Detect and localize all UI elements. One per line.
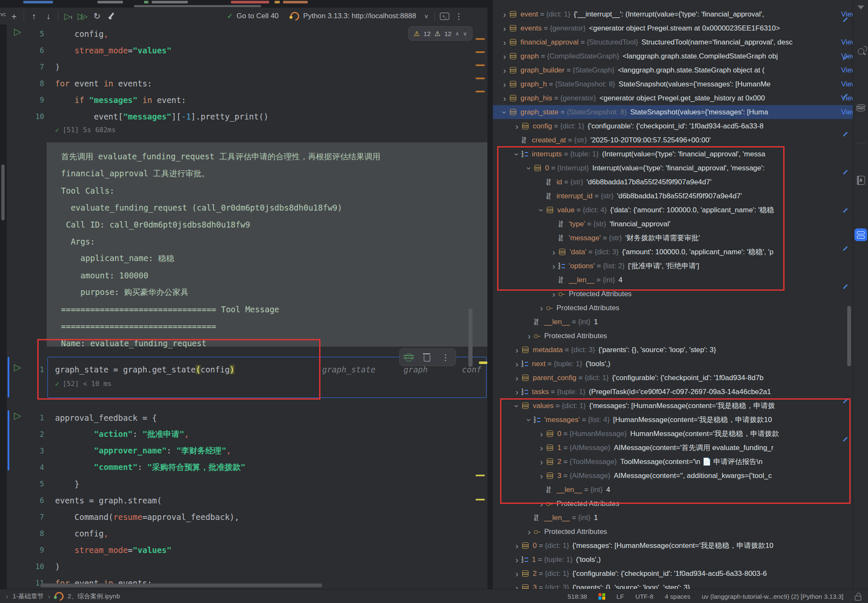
variable-row[interactable]: ›parent_config = {dict: 1}{'configurable… [493,371,853,385]
variable-row[interactable]: ›event = {dict: 1}{'__interrupt__': (Int… [493,7,853,21]
code-line[interactable]: 10 event["messages"][-1].pretty_print() [7,108,487,125]
clear-outputs-button[interactable] [104,10,119,22]
variable-row[interactable]: ›12next = {tuple: 1}('tools',) [493,357,853,371]
chevron-right-icon[interactable]: › [549,290,558,298]
variable-row[interactable]: 1001created_at = {str}'2025-10-20T09:00:… [493,133,853,147]
variable-row[interactable]: ›0 = {dict: 1}{'messages': [HumanMessage… [493,539,853,553]
run-cell-gutter-button[interactable]: ▷ [14,363,21,372]
variable-row[interactable]: ›events = {generator}<generator object P… [493,21,853,35]
add-cell-button[interactable]: ＋ [7,10,21,22]
variable-row[interactable]: ›graph_builder = {StateGraph}<langgraph.… [493,63,853,77]
chevron-right-icon[interactable]: › [512,360,521,368]
tabs-scrollbar[interactable] [134,5,261,7]
jupyter-variables-button[interactable] [854,228,868,242]
interpreter-indicator[interactable]: uv (langgraph-tutorial-w...enc9) (2) [Py… [702,593,843,600]
chevron-right-icon[interactable]: › [512,374,521,382]
move-cell-down-button[interactable]: ↓ [41,10,56,22]
chevron-right-icon[interactable]: › [500,52,509,61]
variable-row[interactable]: ›2 = {dict: 1}{'configurable': {'checkpo… [493,567,853,581]
code-line[interactable]: 1approval_feedback = { [7,409,487,426]
variable-row[interactable]: ›Protected Attributes [493,301,853,315]
code-line[interactable]: 10) [7,558,487,575]
delete-cell-icon[interactable] [424,355,430,361]
code-line[interactable]: 2 "action": "批准申请", [7,426,487,442]
chevron-right-icon[interactable]: › [500,80,509,89]
code-line[interactable]: 3 "approver_name": "李财务经理", [7,442,487,459]
chevron-right-icon[interactable]: › [500,10,509,19]
indent-indicator[interactable]: 4 spaces [665,593,690,600]
kernel-selector[interactable]: Python 3.13.3: http://localhost:8888 ∨ [290,12,428,21]
panel-divider[interactable] [487,0,493,589]
line-ending-indicator[interactable]: LF [617,593,624,600]
chevron-right-icon[interactable]: › [500,24,509,33]
code-line[interactable]: 5 } [7,475,487,492]
code-line[interactable]: 6events = graph.stream( [7,492,487,509]
breadcrumb-chapter[interactable]: 1-基础章节 [13,592,44,600]
editor-horizontal-scrollbar[interactable] [40,584,322,587]
next-warning-button[interactable]: ∨ [463,31,467,37]
ai-search-button[interactable] [854,44,868,58]
debug-cell-icon[interactable] [405,353,412,361]
chevron-right-icon[interactable]: › [537,304,546,312]
code-line[interactable]: 7 Command(resume=approval_feedback), [7,509,487,525]
chevron-right-icon[interactable]: › [512,346,521,354]
editor-tabs-strip[interactable] [0,0,487,8]
goto-cell-status[interactable]: ✓ Go to Cell 40 [227,11,278,21]
variable-row[interactable]: 1001__len__ = {int}1 [493,511,853,525]
variable-row[interactable]: ›Protected Attributes [493,329,853,343]
view-link[interactable]: View [841,66,853,75]
code-line[interactable]: 8 config, [7,525,487,542]
variable-row[interactable]: ›metadata = {dict: 3}{'parents': {}, 'so… [493,343,853,357]
variable-row[interactable]: ›Protected Attributes [493,525,853,539]
more-options-button[interactable]: ⋮ [452,10,466,22]
chevron-right-icon[interactable]: › [525,528,534,536]
chevron-right-icon[interactable]: › [500,94,509,103]
chevron-right-icon[interactable]: › [512,542,521,550]
lock-open-icon[interactable] [855,596,861,600]
chevron-down-icon[interactable]: › [501,108,509,117]
caret-position[interactable]: 518:38 [568,593,587,600]
view-link[interactable]: View [841,80,853,89]
variable-row[interactable]: ›config = {dict: 1}{'configurable': {'ch… [493,119,853,133]
variable-row[interactable]: 1001__len__ = {int}1 [493,315,853,329]
variables-scrollbar[interactable] [847,306,851,366]
database-tool-button[interactable] [854,99,868,113]
run-cell-gutter-button[interactable]: ▷ [14,411,21,420]
view-link[interactable]: View [841,108,853,117]
chevron-right-icon[interactable]: › [512,388,521,396]
chevron-right-icon[interactable]: › [512,584,521,589]
variable-row[interactable]: ›12tasks = {tuple: 1}(PregelTask(id='ce9… [493,385,853,399]
variable-row[interactable]: ›graph_his = {generator}<generator objec… [493,91,853,105]
variable-row[interactable]: ›financial_approval = {StructuredTool}St… [493,35,853,49]
code-line[interactable]: 6 stream_mode="values" [7,42,487,58]
encoding-indicator[interactable]: UTF-8 [635,593,654,600]
variable-row[interactable]: ›121 = {tuple: 1}('tools',) [493,553,853,567]
chevron-right-icon[interactable]: › [500,38,509,47]
chevron-right-icon[interactable]: › [500,66,509,75]
chevron-right-icon[interactable]: › [525,332,534,340]
run-all-cells-button[interactable]: ▷▷ [75,10,90,22]
variable-row[interactable]: ›3 = {dict: 3}{'parents': {}, 'source': … [493,581,853,589]
run-cell-select-below-button[interactable]: ▷I [61,10,75,22]
windows-logo-icon[interactable] [598,593,605,600]
variable-row[interactable]: ›graph_state = {StateSnapshot: 8}StateSn… [493,105,853,119]
open-console-button[interactable]: >_ [437,10,452,22]
editor-vertical-scrollbar[interactable] [468,308,473,367]
breadcrumb-notebook[interactable]: 2、综合案例.ipynb [68,592,120,600]
code-line[interactable]: 9 if "messages" in event: [7,92,487,108]
code-line[interactable]: 8for event in events: [7,75,487,92]
code-line[interactable]: 7) [7,58,487,75]
run-cell-gutter-button[interactable]: ▷ [14,27,21,36]
prev-warning-button[interactable]: ∧ [455,31,459,37]
notifications-button[interactable] [854,0,868,14]
variable-row[interactable]: ›graph = {CompiledStateGraph}<langgraph.… [493,49,853,63]
dictionary-tool-button[interactable]: A [854,173,868,187]
chevron-right-icon[interactable]: › [512,570,521,578]
cell-more-options-icon[interactable]: ⋮ [442,353,450,362]
move-cell-up-button[interactable]: ↑ [27,10,41,22]
inspections-widget[interactable]: ⚠ 12 ⚠ 12 ∧ ∨ [408,26,473,41]
left-scrollbar-thumb[interactable] [1,164,5,220]
chevron-right-icon[interactable]: › [512,122,521,131]
chevron-right-icon[interactable]: › [512,556,521,564]
restart-kernel-button[interactable]: ↻ [90,10,104,22]
